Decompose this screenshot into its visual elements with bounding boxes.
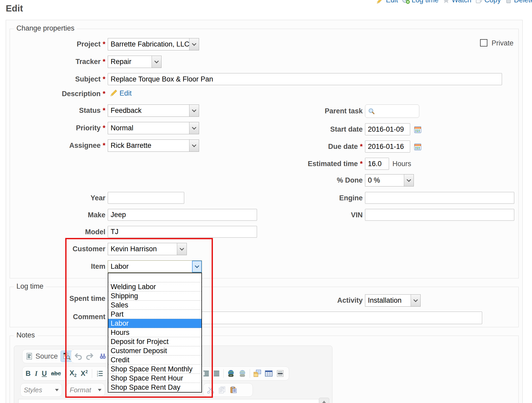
status-label: Status* (6, 107, 105, 115)
delete-action[interactable]: Delete (505, 0, 532, 4)
indent-lines-icon[interactable] (202, 370, 210, 377)
italic-button[interactable]: I (35, 370, 38, 378)
item-dropdown-option[interactable]: Hours (108, 328, 201, 337)
editor-content-area[interactable] (18, 399, 328, 403)
watch-action[interactable]: Watch (442, 0, 471, 4)
log-time-legend: Log time (14, 282, 46, 290)
project-select[interactable]: Barrette Fabrication, LLC (108, 38, 199, 50)
format-dropdown[interactable]: Format (66, 383, 105, 397)
chevron-down-icon[interactable] (189, 140, 199, 151)
description-edit-link[interactable]: Edit (119, 89, 132, 97)
customer-select[interactable]: Kevin Harrison (108, 243, 187, 255)
source-button[interactable]: Source (35, 352, 58, 360)
estimated-time-suffix: Hours (392, 160, 411, 168)
item-dropdown-option[interactable]: Shop Space Rent Monthly (108, 365, 201, 374)
watch-link[interactable]: Watch (452, 0, 471, 4)
redo-icon[interactable] (85, 352, 94, 360)
numbered-list-icon[interactable]: 123 (96, 370, 104, 377)
assignee-select[interactable]: Rick Barrette (108, 139, 199, 152)
item-label: Item (6, 262, 105, 271)
vin-label: VIN (235, 211, 363, 219)
contextual-actions: Edit Log time Watch Copy Delete (376, 0, 532, 4)
chevron-up-icon (322, 401, 326, 403)
item-dropdown-option[interactable]: Labor (108, 319, 201, 328)
item-dropdown-list: Welding LaborShippingSalesPartLaborHours… (108, 273, 202, 393)
calendar-icon[interactable] (414, 143, 422, 151)
copy-action[interactable]: Copy (475, 0, 501, 4)
styles-dropdown[interactable]: Styles (20, 383, 62, 397)
superscript-button[interactable]: X2 (81, 370, 88, 378)
underline-button[interactable]: U (42, 370, 47, 378)
vin-input[interactable] (365, 209, 514, 221)
customer-label: Customer (6, 245, 105, 253)
pencil-icon (110, 89, 118, 97)
toolbar-group-undo (71, 349, 110, 363)
calendar-icon[interactable] (414, 126, 422, 133)
chevron-down-icon[interactable] (411, 295, 420, 306)
start-date-input[interactable]: 2016-01-09 (365, 123, 410, 135)
private-label: Private (492, 39, 523, 47)
search-icon (368, 108, 375, 115)
priority-select[interactable]: Normal (108, 122, 199, 134)
templates-icon (63, 352, 70, 360)
copy-link[interactable]: Copy (485, 0, 501, 4)
engine-input[interactable] (365, 192, 514, 204)
image-icon[interactable] (253, 369, 261, 378)
parent-task-input[interactable] (365, 104, 419, 118)
paste-icon[interactable] (230, 386, 237, 394)
issue-edit-page: Edit Log time Watch Copy Delete Edit Cha… (0, 0, 532, 403)
item-dropdown-option[interactable]: Deposit for Project (108, 337, 201, 346)
private-checkbox[interactable] (480, 39, 487, 46)
year-input[interactable] (108, 192, 184, 204)
estimated-time-input[interactable]: 16.0 (365, 158, 389, 170)
item-dropdown-option[interactable]: Shipping (108, 291, 201, 301)
copy-pages-icon[interactable] (218, 386, 226, 394)
chevron-down-icon[interactable] (189, 122, 199, 134)
item-dropdown-option[interactable]: Shop Space Rent Hour (108, 374, 201, 383)
item-dropdown-option[interactable]: Sales (108, 301, 201, 310)
chevron-down-icon[interactable] (152, 56, 161, 68)
link-icon[interactable] (227, 369, 235, 378)
percent-done-select[interactable]: 0 % (365, 174, 414, 186)
item-dropdown-option[interactable]: Credit (108, 355, 201, 365)
strikethrough-button[interactable]: abc (51, 370, 61, 377)
templates-button[interactable] (61, 351, 73, 362)
undo-icon[interactable] (74, 352, 83, 360)
item-dropdown-option[interactable]: Customer Deposit (108, 346, 201, 355)
edit-action[interactable]: Edit (376, 0, 398, 4)
chevron-down-icon[interactable] (404, 174, 414, 186)
item-dropdown-option[interactable]: Shop Space Rent Day (108, 383, 201, 392)
table-icon[interactable] (265, 369, 273, 378)
item-dropdown-option[interactable]: Welding Labor (108, 282, 201, 291)
chevron-down-icon[interactable] (192, 261, 202, 272)
status-select[interactable]: Feedback (108, 104, 199, 117)
item-select[interactable]: Labor (108, 260, 202, 273)
edit-link[interactable]: Edit (386, 0, 398, 4)
horizontal-rule-icon[interactable] (276, 369, 284, 378)
cut-icon[interactable] (207, 386, 214, 394)
tracker-select[interactable]: Repair (108, 56, 162, 68)
toolbar-collapse-button[interactable] (319, 398, 329, 403)
delete-link[interactable]: Delete (514, 0, 532, 4)
chevron-down-icon[interactable] (189, 105, 199, 116)
bold-button[interactable]: B (26, 370, 31, 378)
subject-input[interactable]: Replace Torque Box & Floor Pan (108, 73, 502, 85)
log-time-action[interactable]: Log time (402, 0, 439, 4)
unlink-icon[interactable] (238, 369, 247, 378)
year-label: Year (6, 194, 105, 202)
justify-lines-icon[interactable] (213, 370, 220, 377)
item-dropdown-option[interactable] (108, 273, 201, 282)
item-dropdown-option[interactable]: Part (108, 310, 201, 319)
find-icon[interactable] (99, 352, 107, 360)
chevron-down-icon[interactable] (177, 243, 187, 255)
estimated-time-label: Estimated time* (235, 160, 363, 168)
subscript-button[interactable]: X2 (69, 369, 76, 378)
chevron-down-icon[interactable] (189, 38, 199, 50)
due-date-input[interactable]: 2016-01-16 (365, 141, 410, 153)
subject-label: Subject* (6, 75, 105, 83)
activity-select[interactable]: Installation (365, 294, 421, 307)
model-input[interactable]: TJ (108, 226, 257, 238)
log-time-link[interactable]: Log time (412, 0, 439, 4)
chevron-down-icon (55, 389, 59, 391)
engine-label: Engine (235, 194, 363, 202)
